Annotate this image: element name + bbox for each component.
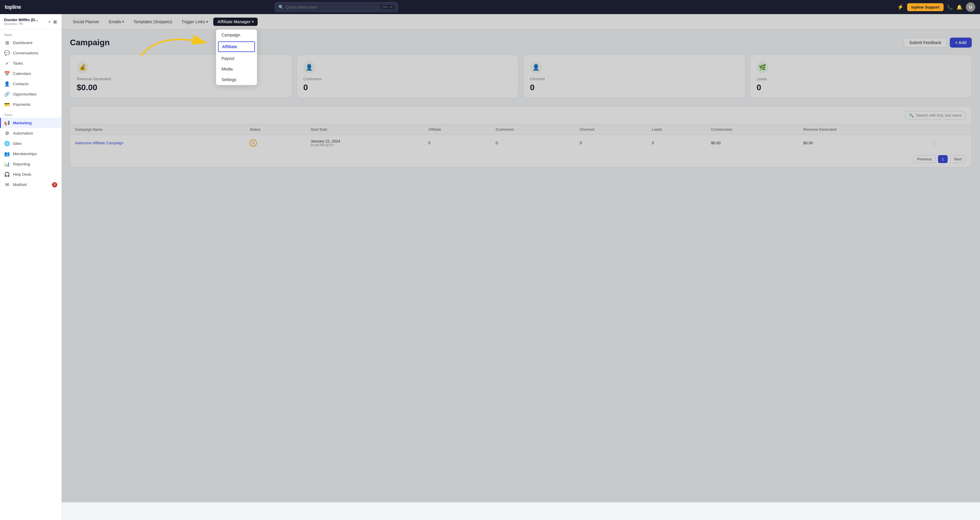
sidebar-item-label: Conversations [13, 51, 38, 55]
lightning-icon[interactable]: ⚡ [897, 4, 904, 10]
workspace-location: Scranton, PA [4, 22, 38, 25]
row-actions-cell[interactable]: ⋮ [927, 135, 972, 151]
sidebar-item-label: Marketing [13, 121, 32, 125]
col-revenue: Revenue Generated [799, 124, 927, 135]
sidebar-item-contacts[interactable]: 👤 Contacts [0, 79, 61, 89]
customers-icon: 👤 [304, 61, 315, 73]
workspace-chevron-icon: ▾ [48, 19, 51, 24]
sidebar-item-label: Automation [13, 131, 33, 135]
subnav-social-planner[interactable]: Social Planner [69, 17, 103, 26]
conversations-icon: 💬 [4, 50, 10, 56]
notification-icon[interactable]: 🔔 [956, 5, 963, 10]
user-avatar[interactable]: U [966, 2, 975, 12]
calendars-icon: 📅 [4, 71, 10, 76]
workspace-selector[interactable]: Dunder Mifflin (D... Scranton, PA ▾ ▣ [0, 14, 61, 29]
sidebar-item-mailfold[interactable]: ✉ Mailfold 3 [0, 180, 61, 190]
top-navigation: topline 🔍 Ctrl + K ⚡ topline Support 📞 🔔… [0, 0, 980, 14]
sidebar-item-payments[interactable]: 💳 Payments [0, 99, 61, 110]
churned-cell: 0 [575, 135, 647, 151]
customers-cell: 0 [491, 135, 575, 151]
churned-label: Churned [530, 77, 738, 81]
customers-label: Customers [304, 77, 512, 81]
search-shortcut: Ctrl + K [380, 5, 394, 9]
sidebar-item-reporting[interactable]: 📊 Reporting [0, 159, 61, 169]
col-start-date: Start Date [306, 124, 423, 135]
memberships-icon: 👥 [4, 151, 10, 157]
contacts-icon: 👤 [4, 81, 10, 87]
add-button[interactable]: + Add [950, 38, 972, 48]
stat-card-leads: 🌿 Leads 0 [750, 55, 972, 98]
sidebar-item-tasks[interactable]: ✓ Tasks [0, 58, 61, 68]
sidebar-item-label: Mailfold [13, 183, 27, 187]
current-page-button[interactable]: 1 [938, 155, 948, 163]
page-actions: Submit Feedback + Add [904, 38, 972, 48]
sidebar-item-dashboard[interactable]: ⊞ Dashboard [0, 38, 61, 48]
search-bar[interactable]: 🔍 Ctrl + K [275, 2, 398, 12]
phone-icon[interactable]: 📞 [947, 5, 953, 10]
table-search[interactable]: 🔍 Search with first, last name [905, 111, 966, 119]
commission-cell: $0.00 [706, 135, 799, 151]
sidebar-item-label: Help Desk [13, 172, 31, 177]
sidebar-item-label: Sites [13, 141, 22, 146]
campaign-name-link[interactable]: Awesome Affiliate Campaign [75, 141, 123, 145]
affiliate-manager-dropdown: Campaign Affiliate Payout Media Settings [216, 29, 257, 85]
submit-feedback-button[interactable]: Submit Feedback [904, 38, 947, 48]
sidebar-item-sites[interactable]: 🌐 Sites [0, 138, 61, 149]
sidebar-item-marketing[interactable]: 📢 Marketing [0, 118, 61, 128]
topnav-right: ⚡ topline Support 📞 🔔 U [897, 2, 975, 12]
main-content: Social Planner Emails ▾ Templates (Snipp… [62, 14, 980, 520]
sidebar-item-memberships[interactable]: 👥 Memberships [0, 149, 61, 159]
subnav-emails[interactable]: Emails ▾ [105, 17, 128, 26]
table-pagination: Previous 1 Next [70, 151, 972, 167]
sidebar-item-conversations[interactable]: 💬 Conversations [0, 48, 61, 58]
subnav-trigger-links[interactable]: Trigger Links ▾ [177, 17, 212, 26]
sidebar-item-automation[interactable]: ⚙ Automation [0, 128, 61, 138]
col-leads: Leads [647, 124, 706, 135]
start-date-cell: January 22, 2024 03:36 PM (EST) [306, 135, 423, 151]
search-input[interactable] [286, 5, 378, 10]
support-button[interactable]: topline Support [907, 3, 943, 11]
previous-page-button[interactable]: Previous [913, 155, 935, 163]
sidebar-item-calendars[interactable]: 📅 Calendars [0, 68, 61, 79]
trigger-links-chevron-icon: ▾ [206, 20, 208, 24]
revenue-cell: $0.00 [799, 135, 927, 151]
automation-icon: ⚙ [4, 130, 10, 136]
app-logo: topline [5, 4, 21, 10]
panel-icon: ▣ [53, 19, 57, 24]
subnav-templates[interactable]: Templates (Snippets) [129, 17, 176, 26]
col-status: Status [245, 124, 306, 135]
page-title: Campaign [70, 38, 110, 47]
col-affiliate: Affiliate [423, 124, 491, 135]
sites-icon: 🌐 [4, 141, 10, 146]
next-page-button[interactable]: Next [950, 155, 966, 163]
leads-value: 0 [757, 83, 965, 92]
sidebar-item-opportunities[interactable]: 🔗 Opportunities [0, 89, 61, 99]
sidebar-item-helpdesk[interactable]: 🎧 Help Desk [0, 169, 61, 180]
sidebar-item-label: Payments [13, 102, 30, 107]
sidebar-item-label: Dashboard [13, 41, 32, 45]
table-row: Awesome Affiliate Campaign ⏸ January 22,… [70, 135, 972, 151]
dropdown-item-payout[interactable]: Payout [216, 53, 257, 64]
table-search-placeholder: Search with first, last name [916, 113, 962, 118]
sidebar-item-label: Memberships [13, 152, 37, 156]
dropdown-item-campaign[interactable]: Campaign [216, 30, 257, 40]
stat-card-revenue: 💰 Revenue Generated $0.00 [70, 55, 292, 98]
sidebar-item-label: Opportunities [13, 92, 37, 96]
dropdown-item-settings[interactable]: Settings [216, 74, 257, 85]
status-paused-icon: ⏸ [250, 140, 257, 146]
subnav-affiliate-manager[interactable]: Affiliate Manager ▾ [213, 17, 258, 26]
reporting-icon: 📊 [4, 161, 10, 167]
sidebar-item-label: Contacts [13, 82, 29, 86]
mailfold-icon: ✉ [4, 182, 10, 188]
page-content: Campaign Submit Feedback + Add 💰 Revenue… [62, 29, 980, 176]
leads-icon: 🌿 [757, 61, 768, 73]
apps-section-label: Apps [0, 29, 61, 38]
tasks-icon: ✓ [4, 60, 10, 66]
stats-row: 💰 Revenue Generated $0.00 👤 Customers 0 … [70, 55, 972, 98]
affiliate-manager-chevron-icon: ▾ [252, 20, 253, 24]
affiliate-cell: 0 [423, 135, 491, 151]
stat-card-churned: 👤 Churned 0 [523, 55, 745, 98]
dropdown-item-media[interactable]: Media [216, 64, 257, 74]
dropdown-item-affiliate[interactable]: Affiliate [218, 41, 255, 52]
campaigns-table-section: 🔍 Search with first, last name Campaign … [70, 106, 972, 167]
